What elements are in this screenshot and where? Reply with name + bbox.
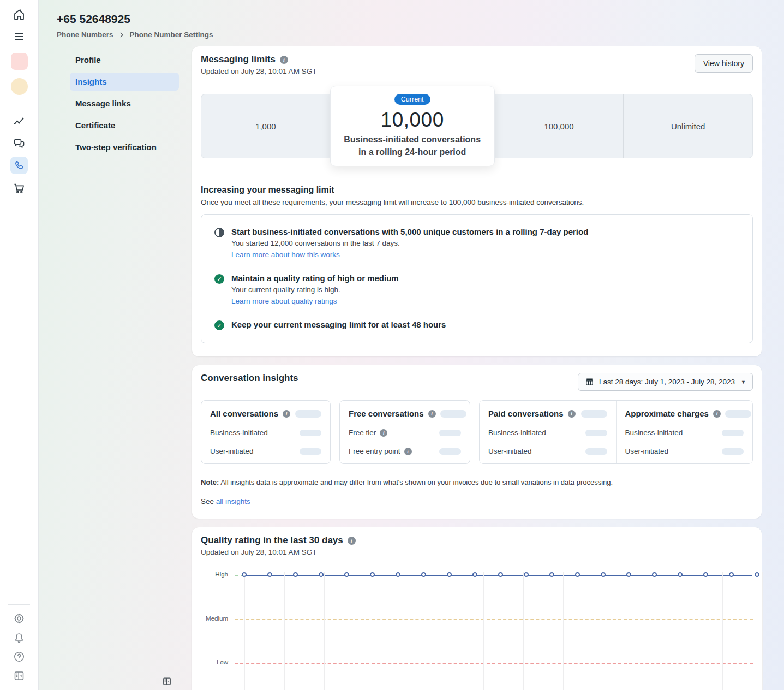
chart-marker — [293, 572, 298, 577]
workspace-yellow-avatar[interactable] — [11, 78, 28, 95]
notifications-bell-icon[interactable] — [13, 631, 26, 644]
date-range-selector[interactable]: Last 28 days: July 1, 2023 - July 28, 20… — [578, 373, 753, 391]
current-badge: Current — [394, 94, 430, 105]
requirements-list: Start business-initiated conversations w… — [201, 214, 753, 343]
y-label-low: Low — [217, 659, 228, 665]
insights-note: Note: All insights data is approximate a… — [201, 478, 753, 486]
quality-rating-chart: High Medium Low — [201, 566, 753, 690]
y-label-medium: Medium — [206, 615, 228, 622]
chart-marker — [652, 572, 657, 577]
sidebar-item-certificate[interactable]: Certificate — [70, 116, 179, 134]
loading-placeholder — [440, 410, 466, 418]
requirement-title: Keep your current messaging limit for at… — [231, 320, 446, 329]
date-range-label: Last 28 days: July 1, 2023 - July 28, 20… — [599, 378, 735, 386]
info-icon[interactable]: i — [428, 410, 436, 418]
info-icon[interactable]: i — [348, 537, 356, 545]
loading-placeholder — [725, 410, 751, 418]
metric-row: User-initiated — [488, 447, 607, 455]
metric-cards-row: All conversationsi Business-initiatedUse… — [201, 400, 753, 464]
chart-marker — [678, 572, 683, 577]
messages-icon[interactable] — [13, 137, 26, 150]
breadcrumb-chevron-icon — [118, 32, 125, 38]
metric-label: Business-initiated — [625, 429, 683, 437]
chart-marker — [524, 572, 529, 577]
home-icon[interactable] — [13, 8, 26, 21]
check-circle-icon: ✓ — [214, 320, 224, 330]
chart-gridline — [483, 572, 484, 690]
rail-divider — [8, 604, 30, 605]
collapse-panel-icon[interactable] — [161, 676, 172, 687]
quality-rating-card: Quality rating in the last 30 days i Upd… — [192, 527, 762, 690]
messaging-limits-title-text: Messaging limits — [201, 54, 276, 65]
chart-marker — [575, 572, 580, 577]
y-label-high: High — [215, 571, 228, 578]
metric-card-paid-and-charges: Paid conversationsi Business-initiatedUs… — [479, 400, 753, 464]
chart-gridline — [444, 572, 444, 690]
messaging-limits-updated: Updated on July 28, 10:01 AM SGT — [201, 67, 316, 75]
metric-label: Business-initiated — [210, 429, 268, 437]
all-insights-link[interactable]: all insights — [216, 497, 250, 505]
learn-more-link[interactable]: Learn more about quality ratings — [231, 297, 337, 305]
sidebar-item-insights[interactable]: Insights — [70, 73, 179, 91]
menu-icon[interactable] — [13, 30, 26, 43]
analytics-icon[interactable] — [13, 115, 26, 128]
messaging-limits-card: Messaging limits i Updated on July 28, 1… — [192, 46, 762, 356]
settings-gear-icon[interactable] — [13, 612, 26, 625]
info-icon[interactable]: i — [283, 410, 290, 418]
chart-marker — [755, 572, 759, 577]
chart-gridline — [244, 572, 245, 690]
info-icon[interactable]: i — [280, 56, 288, 64]
learn-more-link[interactable]: Learn more about how this works — [231, 251, 340, 259]
metric-label: Business-initiated — [488, 429, 546, 437]
requirement-title: Maintain a quality rating of high or med… — [231, 273, 399, 283]
help-icon[interactable] — [13, 650, 26, 663]
requirement-detail: You started 12,000 conversations in the … — [231, 239, 588, 247]
check-circle-icon: ✓ — [214, 274, 224, 284]
loading-placeholder — [581, 410, 607, 418]
metric-card-title: Approximate charges — [625, 409, 709, 418]
chart-marker — [472, 572, 477, 577]
commerce-cart-icon[interactable] — [13, 182, 26, 195]
content-area: +65 52648925 Phone Numbers Phone Number … — [39, 0, 784, 690]
chart-gridline — [563, 572, 564, 690]
breadcrumb-phone-numbers[interactable]: Phone Numbers — [57, 31, 113, 39]
view-history-button[interactable]: View history — [695, 54, 753, 73]
metric-label: User-initiated — [210, 447, 254, 455]
loading-placeholder — [300, 430, 321, 436]
main-column: Messaging limits i Updated on July 28, 1… — [192, 46, 762, 690]
chart-gridline — [324, 572, 325, 690]
messaging-limits-title: Messaging limits i — [201, 54, 316, 65]
collapse-sidebar-icon[interactable] — [13, 669, 26, 682]
info-icon[interactable]: i — [380, 429, 387, 437]
metric-card-approximate-charges: Approximate chargesi Business-initiatedU… — [616, 401, 753, 463]
info-icon[interactable]: i — [568, 410, 576, 418]
chart-gridline — [683, 572, 683, 690]
metric-label: User-initiated — [488, 447, 532, 455]
page-title: +65 52648925 — [57, 12, 762, 26]
half-complete-icon — [214, 228, 224, 237]
info-icon[interactable]: i — [713, 410, 721, 418]
loading-placeholder — [585, 430, 607, 436]
workspace-pink-avatar[interactable] — [11, 53, 28, 70]
sidebar-item-two-step-verification[interactable]: Two-step verification — [70, 138, 179, 156]
chart-marker — [242, 572, 247, 577]
sidebar-item-message-links[interactable]: Message links — [70, 94, 179, 112]
sidebar-item-profile[interactable]: Profile — [70, 51, 179, 69]
phone-icon[interactable] — [10, 157, 28, 174]
metric-label: Free tier — [349, 429, 376, 437]
info-icon[interactable]: i — [404, 448, 412, 455]
note-label: Note: — [201, 478, 219, 486]
chart-marker — [703, 572, 708, 577]
phone-number-settings-page: +65 52648925 Phone Numbers Phone Number … — [0, 0, 784, 690]
see-all-insights: See all insights — [201, 497, 753, 505]
chart-gridline — [762, 572, 763, 690]
chart-marker — [396, 572, 400, 577]
metric-row: Business-initiated — [625, 429, 744, 437]
chart-gridline — [603, 572, 603, 690]
loading-placeholder — [439, 430, 461, 436]
see-prefix: See — [201, 497, 214, 505]
metric-card-title: Paid conversations — [488, 409, 564, 418]
chart-gridline — [722, 572, 723, 690]
tier-1000: 1,000 — [201, 94, 330, 158]
requirement-item: ✓Maintain a quality rating of high or me… — [214, 273, 739, 306]
